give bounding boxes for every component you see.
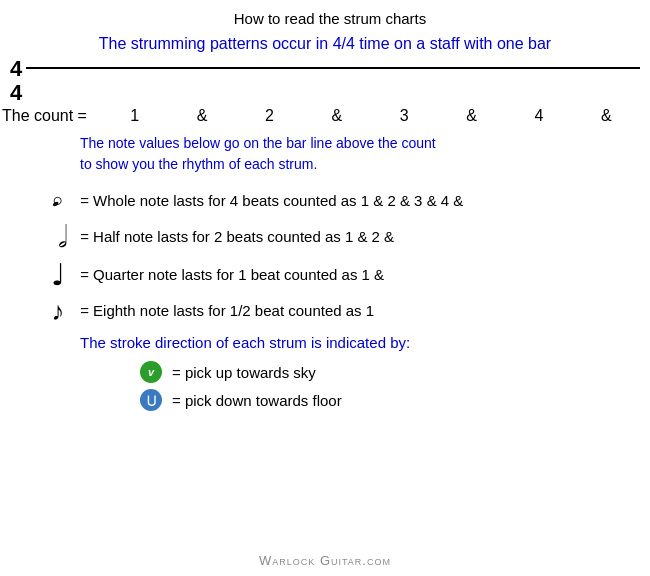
count-row: The count = 1 & 2 & 3 & 4 & bbox=[0, 107, 650, 125]
count-amp-2: & bbox=[327, 107, 347, 125]
note-quarter-row: ♩ = Quarter note lasts for 1 beat counte… bbox=[40, 260, 630, 290]
pick-up-desc: = pick up towards sky bbox=[172, 364, 316, 381]
info-line1: The note values below go on the bar line… bbox=[80, 133, 610, 154]
count-amp-3: & bbox=[462, 107, 482, 125]
whole-note-desc: = Whole note lasts for 4 beats counted a… bbox=[76, 190, 463, 213]
footer: Warlock Guitar.com bbox=[0, 553, 650, 568]
count-2: 2 bbox=[259, 107, 279, 125]
title-text: How to read the strum charts bbox=[234, 10, 427, 27]
pick-down-desc: = pick down towards floor bbox=[172, 392, 342, 409]
time-sig-top: 4 bbox=[10, 57, 22, 81]
subtitle-text: The strumming patterns occur in 4/4 time… bbox=[99, 35, 551, 52]
count-amp-4: & bbox=[596, 107, 616, 125]
note-whole-row: 𝅗○ = Whole note lasts for 4 beats counte… bbox=[40, 187, 630, 214]
count-3: 3 bbox=[394, 107, 414, 125]
time-signature: 4 4 bbox=[10, 57, 22, 105]
info-line2: to show you the rhythm of each strum. bbox=[80, 154, 610, 175]
count-label: The count = bbox=[2, 107, 87, 125]
staff-wrapper: 4 4 bbox=[10, 57, 640, 105]
half-note-symbol: 𝅗𝅥 bbox=[40, 222, 76, 252]
quarter-note-desc: = Quarter note lasts for 1 beat counted … bbox=[76, 264, 384, 287]
pick-down-icon: ⋃ bbox=[140, 389, 162, 411]
eighth-note-symbol: ♪ bbox=[40, 298, 76, 324]
footer-text: Warlock Guitar.com bbox=[259, 553, 391, 568]
count-1: 1 bbox=[125, 107, 145, 125]
count-amp-1: & bbox=[192, 107, 212, 125]
half-note-desc: = Half note lasts for 2 beats counted as… bbox=[76, 226, 394, 249]
stroke-down-row: ⋃ = pick down towards floor bbox=[140, 389, 610, 411]
stroke-up-row: v = pick up towards sky bbox=[140, 361, 610, 383]
pick-up-icon: v bbox=[140, 361, 162, 383]
note-eighth-row: ♪ = Eighth note lasts for 1/2 beat count… bbox=[40, 298, 630, 324]
info-box: The note values below go on the bar line… bbox=[80, 133, 610, 175]
count-numbers: 1 & 2 & 3 & 4 & bbox=[91, 107, 650, 125]
subtitle: The strumming patterns occur in 4/4 time… bbox=[0, 35, 650, 53]
count-4: 4 bbox=[529, 107, 549, 125]
quarter-note-symbol: ♩ bbox=[40, 260, 76, 290]
staff-line-box bbox=[26, 57, 640, 69]
page-container: How to read the strum charts The strummi… bbox=[0, 0, 650, 576]
eighth-note-desc: = Eighth note lasts for 1/2 beat counted… bbox=[76, 300, 374, 323]
pick-up-label: v bbox=[148, 366, 154, 378]
page-title: How to read the strum charts bbox=[0, 10, 650, 27]
stroke-section: The stroke direction of each strum is in… bbox=[80, 334, 610, 411]
pick-down-label: ⋃ bbox=[147, 394, 156, 407]
staff-line bbox=[26, 67, 640, 69]
whole-note-symbol: 𝅗○ bbox=[40, 187, 76, 214]
note-half-row: 𝅗𝅥 = Half note lasts for 2 beats counted … bbox=[40, 222, 630, 252]
stroke-title: The stroke direction of each strum is in… bbox=[80, 334, 610, 351]
time-sig-bottom: 4 bbox=[10, 81, 22, 105]
